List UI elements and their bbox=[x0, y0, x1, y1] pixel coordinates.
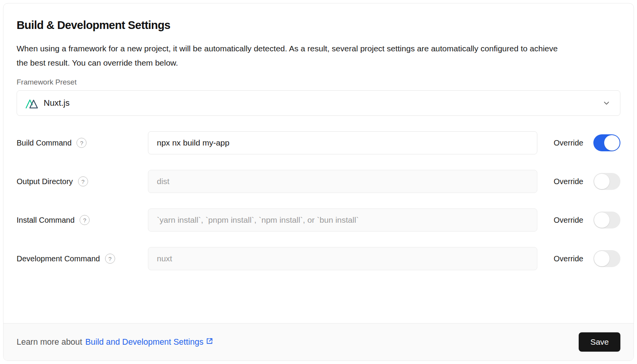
build-command-label: Build Command bbox=[17, 139, 71, 147]
output-directory-override-toggle[interactable] bbox=[593, 173, 620, 190]
output-directory-label: Output Directory bbox=[17, 177, 73, 186]
install-command-label: Install Command bbox=[17, 216, 75, 225]
external-link-icon bbox=[206, 337, 214, 347]
learn-more-text: Learn more about Build and Development S… bbox=[17, 337, 214, 347]
build-command-row: Build Command ? Override bbox=[17, 131, 620, 154]
output-directory-row: Output Directory ? Override bbox=[17, 170, 620, 193]
framework-preset-select[interactable]: Nuxt.js bbox=[17, 90, 620, 116]
nuxt-logo-icon bbox=[25, 97, 39, 109]
development-command-input[interactable] bbox=[148, 247, 537, 270]
override-label: Override bbox=[554, 254, 583, 263]
toggle-knob bbox=[594, 251, 610, 266]
output-directory-input[interactable] bbox=[148, 170, 537, 193]
settings-description: When using a framework for a new project… bbox=[17, 41, 565, 70]
page-title: Build & Development Settings bbox=[17, 19, 620, 32]
override-label: Override bbox=[554, 216, 583, 225]
install-command-row: Install Command ? Override bbox=[17, 208, 620, 232]
card-body: Build & Development Settings When using … bbox=[3, 3, 634, 286]
build-command-override-toggle[interactable] bbox=[593, 134, 620, 151]
settings-rows: Build Command ? Override Output Director… bbox=[17, 131, 620, 270]
build-settings-docs-link[interactable]: Build and Development Settings bbox=[85, 337, 214, 347]
build-dev-settings-card: Build & Development Settings When using … bbox=[3, 3, 634, 361]
help-icon[interactable]: ? bbox=[78, 176, 88, 186]
framework-preset-label: Framework Preset bbox=[17, 78, 620, 86]
chevron-down-icon bbox=[602, 99, 611, 107]
install-command-override-toggle[interactable] bbox=[593, 212, 620, 229]
development-command-label: Development Command bbox=[17, 254, 100, 263]
development-command-row: Development Command ? Override bbox=[17, 247, 620, 270]
override-label: Override bbox=[554, 139, 583, 147]
toggle-knob bbox=[594, 174, 610, 189]
toggle-knob bbox=[604, 135, 620, 151]
toggle-knob bbox=[594, 212, 610, 228]
install-command-input[interactable] bbox=[148, 208, 537, 232]
learn-more-prefix: Learn more about bbox=[17, 337, 82, 347]
card-footer: Learn more about Build and Development S… bbox=[3, 323, 634, 361]
help-icon[interactable]: ? bbox=[76, 138, 87, 148]
framework-preset-value: Nuxt.js bbox=[44, 98, 70, 108]
override-label: Override bbox=[554, 177, 583, 186]
development-command-override-toggle[interactable] bbox=[593, 250, 620, 267]
help-icon[interactable]: ? bbox=[80, 215, 90, 225]
help-icon[interactable]: ? bbox=[105, 254, 115, 264]
build-command-input[interactable] bbox=[148, 131, 537, 154]
save-button[interactable]: Save bbox=[579, 332, 620, 352]
